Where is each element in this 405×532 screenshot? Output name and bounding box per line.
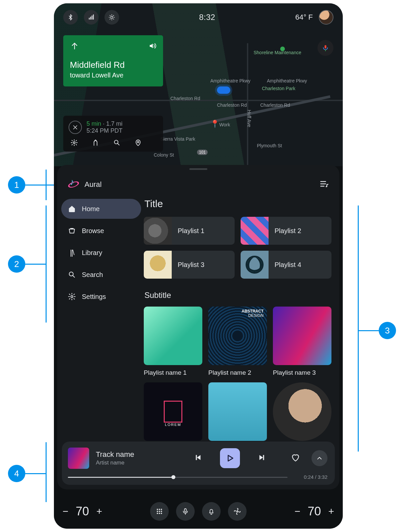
road-label: Plymouth St [257, 143, 282, 148]
nav-destination-button[interactable] [134, 139, 142, 148]
svg-point-22 [237, 511, 238, 512]
progress-bar[interactable]: 0:24 / 3:32 [68, 474, 327, 480]
sun-icon [108, 14, 115, 21]
svg-point-15 [159, 511, 160, 512]
signal-icon [88, 14, 95, 21]
climate-right: − 70 + [295, 504, 334, 518]
svg-point-18 [159, 513, 160, 514]
playlist-tile[interactable] [273, 382, 331, 445]
svg-point-5 [111, 16, 113, 19]
media-panel: Aural Home Browse ||\ Library [57, 165, 339, 489]
nav-label: Settings [82, 293, 106, 301]
svg-rect-9 [196, 455, 197, 460]
svg-rect-20 [184, 509, 186, 512]
search-icon [68, 271, 76, 279]
annotation-4: 4 [8, 465, 25, 482]
queue-button[interactable] [319, 179, 329, 190]
playlist-card[interactable]: Playlist 1 [144, 217, 235, 245]
svg-point-19 [161, 513, 162, 514]
playlist-tile[interactable] [208, 382, 267, 445]
expand-player-button[interactable] [311, 450, 327, 466]
routes-icon [92, 139, 99, 146]
playlist-card[interactable]: Playlist 2 [241, 217, 331, 245]
playlist-label: Playlist 1 [172, 227, 204, 235]
bell-icon [208, 508, 215, 515]
app-grid-button[interactable] [150, 502, 169, 521]
poi-label: Shoreline Maintenance [254, 50, 301, 55]
signal-button[interactable] [84, 10, 99, 25]
alternate-routes-button[interactable] [92, 139, 99, 148]
favorite-button[interactable] [291, 453, 300, 464]
temp-down-button[interactable]: − [295, 506, 301, 517]
search-icon [113, 139, 120, 146]
annotation-1-line [25, 185, 54, 186]
now-playing-art[interactable] [68, 448, 89, 469]
svg-point-16 [161, 511, 162, 512]
work-pin[interactable]: 📍Work [210, 120, 230, 128]
nav-item-search[interactable]: Search [61, 265, 141, 285]
track-artist: Artist name [96, 460, 169, 466]
road-label: Colony St [154, 152, 174, 158]
navigation-direction-card[interactable]: Middlefield Rd toward Lowell Ave [63, 35, 163, 86]
bluetooth-button[interactable] [63, 10, 78, 25]
album-art [241, 251, 269, 279]
close-navigation-button[interactable] [69, 121, 82, 134]
weather-temp: 64° F [295, 13, 313, 22]
annotation-2: 2 [8, 255, 25, 273]
playlist-tile[interactable]: LOREM [144, 382, 202, 445]
nav-settings-button[interactable] [71, 139, 78, 148]
nav-item-home[interactable]: Home [61, 199, 141, 219]
road-label: Charleston Rd [217, 102, 247, 108]
annotation-4-bracket [46, 442, 47, 502]
drag-handle[interactable] [189, 168, 207, 170]
section-subtitle: Subtitle [144, 291, 331, 300]
playlist-card[interactable]: Playlist 3 [144, 251, 235, 279]
progress-thumb[interactable] [171, 475, 175, 479]
hvac-button[interactable] [228, 502, 247, 521]
clock: 8:32 [199, 13, 215, 22]
brightness-button[interactable] [104, 10, 119, 25]
playlist-card[interactable]: Playlist 4 [241, 251, 331, 279]
annotation-1-bracket [46, 170, 47, 200]
album-art [144, 382, 202, 441]
assistant-button[interactable] [176, 502, 195, 521]
notifications-button[interactable] [202, 502, 221, 521]
playlist-tile[interactable]: Playlist name 3 [273, 307, 331, 376]
temp-down-button[interactable]: − [63, 506, 69, 517]
playlist-tile[interactable]: Playlist name 1 [144, 307, 202, 376]
progress-fill [68, 477, 173, 478]
road-label: Amphitheatre Pkwy [210, 78, 251, 83]
app-logo-icon [68, 179, 79, 190]
nav-item-library[interactable]: ||\ Library [61, 243, 141, 263]
voice-search-button[interactable] [317, 40, 333, 56]
temp-up-button[interactable]: + [97, 506, 102, 517]
art-overlay: ABSTRACTDESIGN [242, 309, 264, 318]
home-icon [68, 205, 76, 213]
bluetooth-icon [67, 14, 74, 21]
nav-label: Library [82, 249, 102, 257]
album-art [273, 382, 331, 441]
nav-item-browse[interactable]: Browse [61, 221, 141, 241]
pin-icon [134, 139, 142, 146]
previous-track-button[interactable] [194, 453, 203, 463]
album-art [144, 217, 172, 245]
road-label: Amphitheatre Pkwy [267, 78, 307, 83]
volume-icon[interactable] [148, 42, 156, 51]
library-icon: ||\ [68, 248, 76, 257]
nav-item-settings[interactable]: Settings [61, 287, 141, 307]
svg-point-6 [326, 186, 327, 187]
nav-search-button[interactable] [113, 139, 120, 148]
play-button[interactable] [220, 448, 240, 468]
playlist-label: Playlist name 2 [208, 369, 267, 376]
svg-point-2 [73, 142, 75, 144]
next-track-button[interactable] [257, 453, 266, 463]
temp-up-button[interactable]: + [328, 506, 334, 517]
playlist-tile[interactable]: ABSTRACTDESIGNPlaylist name 2 [208, 307, 267, 376]
status-bar: 8:32 64° F [54, 3, 343, 31]
svg-point-12 [159, 509, 160, 510]
nav-street: Middlefield Rd [70, 60, 156, 70]
svg-rect-0 [324, 45, 326, 49]
svg-point-8 [71, 296, 73, 298]
fan-icon [233, 507, 241, 515]
profile-avatar[interactable] [319, 10, 333, 25]
